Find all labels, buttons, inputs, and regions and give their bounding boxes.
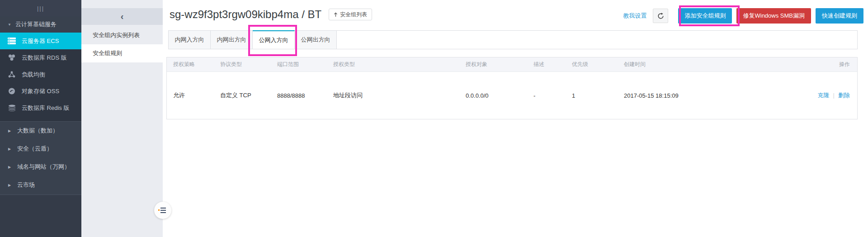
oss-storage-icon	[7, 88, 16, 95]
teach-me-link[interactable]: 教我设置	[623, 12, 646, 20]
sidebar-footer	[0, 194, 81, 237]
sidebar-item-label: 云数据库 Redis 版	[22, 104, 69, 112]
chevron-right-icon: ▶	[5, 129, 14, 133]
sidebar-item-redis[interactable]: 云数据库 Redis 版	[0, 100, 81, 116]
cell-description: -	[527, 92, 566, 99]
sidebar-group-cloud-basic[interactable]: ▼ 云计算基础服务	[0, 16, 81, 33]
cell-port-range: 8888/8888	[271, 92, 327, 99]
rds-database-icon	[7, 54, 16, 61]
cell-protocol: 自定义 TCP	[214, 91, 271, 100]
col-priority: 优先级	[566, 61, 618, 68]
sidebar-item-label: 安全（云盾）	[17, 145, 52, 153]
sidebar-item-security[interactable]: ▶ 安全（云盾）	[0, 140, 81, 158]
tab-intranet-egress[interactable]: 内网出方向	[211, 31, 253, 49]
col-actions: 操作	[798, 61, 857, 68]
fix-windows-smb-button[interactable]: 修复Windows SMB漏洞	[736, 8, 811, 24]
add-security-group-rule-button[interactable]: 添加安全组规则	[678, 8, 732, 24]
security-group-list-label: 安全组列表	[340, 11, 367, 19]
tab-internet-ingress[interactable]: 公网入方向	[253, 30, 295, 49]
quick-create-rule-button[interactable]: 快速创建规则	[816, 8, 863, 24]
chevron-right-icon: ▶	[5, 147, 14, 151]
page-title: sg-wz9f3pt3rgw09kibp4ma / BT	[170, 8, 321, 21]
action-divider: |	[833, 92, 835, 99]
sidebar-collapse-button[interactable]: |||	[0, 0, 81, 16]
security-rules-table: 授权策略 协议类型 端口范围 授权类型 授权对象 描述 优先级 创建时间 操作 …	[166, 57, 858, 119]
table-row: 允许 自定义 TCP 8888/8888 地址段访问 0.0.0.0/0 - 1…	[167, 72, 857, 119]
clone-link[interactable]: 克隆	[818, 92, 830, 99]
cell-created: 2017-05-15 18:15:09	[618, 92, 798, 99]
cell-auth-type: 地址段访问	[327, 91, 459, 100]
chevron-left-icon: ‹	[121, 11, 124, 22]
nav-customize-handle[interactable]	[154, 202, 171, 219]
sidebar-item-ecs[interactable]: 云服务器 ECS	[0, 33, 81, 49]
arrow-up-icon	[334, 12, 338, 17]
sidebar-item-oss[interactable]: 对象存储 OSS	[0, 83, 81, 100]
sidebar-item-label: 负载均衡	[22, 71, 45, 79]
sidebar-lower-section: ▶ 大数据（数加） ▶ 安全（云盾） ▶ 域名与网站（万网） ▶ 云市场	[0, 121, 81, 194]
sidebar-item-slb[interactable]: 负载均衡	[0, 66, 81, 83]
main-content: sg-wz9f3pt3rgw09kibp4ma / BT 安全组列表 教我设置 …	[163, 0, 868, 237]
sidebar-item-label: 对象存储 OSS	[22, 87, 59, 95]
primary-sidebar: ||| ▼ 云计算基础服务 云服务器 ECS 云数据库 RDS 版 负载均衡 对…	[0, 0, 81, 237]
cell-actions: 克隆|删除	[798, 91, 857, 100]
chevron-right-icon: ▶	[5, 165, 14, 169]
tab-intranet-ingress[interactable]: 内网入方向	[169, 31, 211, 49]
load-balancer-icon	[7, 71, 16, 78]
sidebar-item-marketplace[interactable]: ▶ 云市场	[0, 176, 81, 194]
back-button[interactable]: ‹	[81, 8, 163, 25]
chevron-right-icon: ▶	[5, 183, 14, 187]
hamburger-icon	[160, 208, 166, 213]
subnav-item-label: 安全组内实例列表	[93, 31, 140, 39]
secondary-sidebar: ‹ 安全组内实例列表 安全组规则	[81, 0, 163, 237]
table-header-row: 授权策略 协议类型 端口范围 授权类型 授权对象 描述 优先级 创建时间 操作	[167, 57, 857, 72]
delete-link[interactable]: 删除	[838, 92, 850, 99]
sidebar-item-label: 域名与网站（万网）	[17, 163, 70, 171]
col-description: 描述	[527, 61, 566, 68]
redis-database-icon	[7, 104, 16, 111]
tab-internet-egress[interactable]: 公网出方向	[295, 31, 337, 49]
sidebar-item-label: 云数据库 RDS 版	[22, 54, 67, 62]
subnav-item-rules[interactable]: 安全组规则	[81, 44, 163, 62]
refresh-button[interactable]	[653, 9, 668, 23]
sidebar-item-label: 云服务器 ECS	[22, 37, 59, 45]
col-auth-type: 授权类型	[327, 61, 459, 68]
cell-priority: 1	[566, 92, 618, 99]
direction-tabs: 内网入方向 内网出方向 公网入方向 公网出方向	[168, 30, 858, 49]
sidebar-collapse-icon: |||	[37, 5, 44, 12]
refresh-icon	[657, 13, 664, 19]
sidebar-item-bigdata[interactable]: ▶ 大数据（数加）	[0, 122, 81, 140]
col-protocol: 协议类型	[214, 61, 271, 68]
ecs-server-icon	[7, 38, 16, 44]
sidebar-item-domains[interactable]: ▶ 域名与网站（万网）	[0, 158, 81, 176]
subnav-item-instances[interactable]: 安全组内实例列表	[81, 26, 163, 44]
col-auth-object: 授权对象	[459, 61, 527, 68]
cell-auth-object: 0.0.0.0/0	[459, 92, 527, 99]
security-group-list-button[interactable]: 安全组列表	[329, 9, 372, 20]
sidebar-item-label: 大数据（数加）	[17, 127, 58, 135]
col-policy: 授权策略	[167, 61, 214, 68]
col-created: 创建时间	[618, 61, 798, 68]
sidebar-item-label: 云市场	[17, 181, 35, 189]
col-port-range: 端口范围	[271, 61, 327, 68]
cell-policy: 允许	[167, 91, 214, 100]
subnav-item-label: 安全组规则	[93, 49, 122, 57]
sidebar-item-rds[interactable]: 云数据库 RDS 版	[0, 49, 81, 66]
sidebar-group-label: 云计算基础服务	[15, 20, 57, 28]
chevron-down-icon: ▼	[4, 23, 15, 27]
